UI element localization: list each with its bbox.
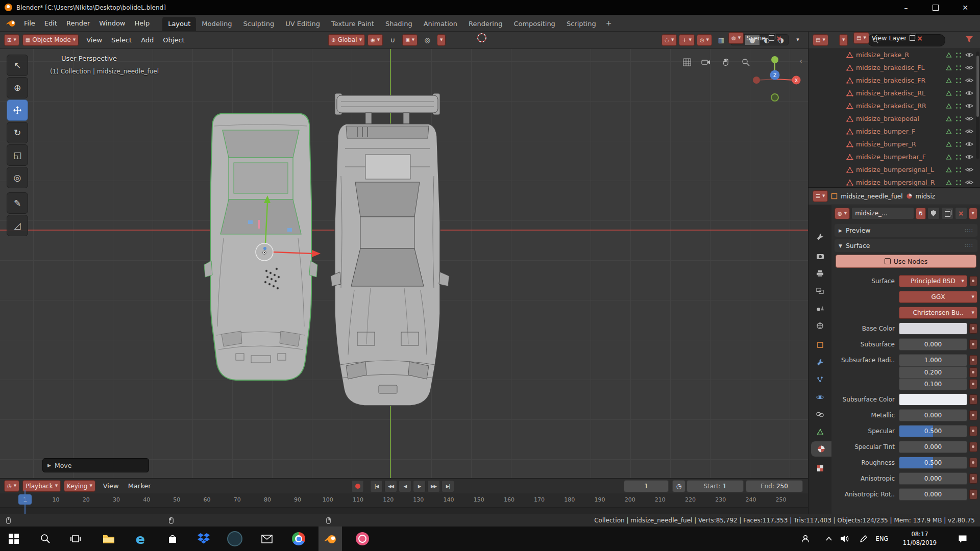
operator-panel[interactable]: ▶ Move xyxy=(42,458,149,472)
workspace-tab[interactable]: Layout xyxy=(162,17,196,31)
outliner-item[interactable]: midsize_bumperbar_F xyxy=(808,151,980,163)
jump-to-end-button[interactable]: ▶| xyxy=(442,480,454,492)
object-name[interactable]: midsize_brakedisc_FL xyxy=(856,64,943,71)
visibility-eye-icon[interactable] xyxy=(965,90,973,96)
viewport-canvas[interactable]: User Perspective (1) Collection | midsiz… xyxy=(0,48,808,478)
transform-orientation-selector[interactable]: ⊕Global▼ xyxy=(328,34,365,46)
visibility-eye-icon[interactable] xyxy=(965,129,973,134)
cursor-tool[interactable]: ⊕ xyxy=(7,77,28,98)
viewport-menu-item[interactable]: Add xyxy=(136,34,158,46)
taskbar-clock[interactable]: 08:17 11/08/2019 xyxy=(896,530,943,547)
visibility-eye-icon[interactable] xyxy=(965,103,973,109)
axis-x-negative[interactable] xyxy=(753,77,760,84)
object-name[interactable]: midsize_bumper_R xyxy=(856,140,943,148)
animate-property-button[interactable] xyxy=(969,473,977,484)
animate-property-button[interactable] xyxy=(969,355,977,365)
unlink-material-button[interactable]: × xyxy=(955,207,967,219)
outliner-item[interactable]: midsize_brakedisc_RR xyxy=(808,99,980,112)
keying-menu[interactable]: Keying▼ xyxy=(64,480,95,492)
remove-view-layer-icon[interactable]: × xyxy=(917,35,923,42)
current-frame-field[interactable]: 1 xyxy=(624,480,669,492)
circular-app-icon[interactable] xyxy=(225,527,245,551)
property-field[interactable]: GGX ▼ xyxy=(899,291,977,303)
next-keyframe-button[interactable]: ▶▶ xyxy=(427,480,440,492)
new-view-layer-icon[interactable] xyxy=(910,35,915,41)
viewport-menu-item[interactable]: View xyxy=(82,34,107,46)
minimize-button[interactable]: – xyxy=(891,0,921,15)
move-tool[interactable] xyxy=(7,99,28,121)
outliner-item[interactable]: midsize_brakedisc_RL xyxy=(808,87,980,99)
tab-modifiers[interactable] xyxy=(808,355,831,370)
material-specials-button[interactable]: ▼ xyxy=(969,208,977,219)
outliner-item[interactable]: midsize_bumpersignal_L xyxy=(808,163,980,176)
tab-scene[interactable] xyxy=(808,300,831,316)
object-name[interactable]: midsize_brakedisc_RR xyxy=(856,102,943,110)
scene-browse-button[interactable]: ◍▼ xyxy=(728,32,744,44)
property-field[interactable]: ▼ xyxy=(899,322,967,335)
timeline-ruler[interactable]: 1020304050607080901001101201301401501601… xyxy=(0,493,808,508)
property-field[interactable]: 0.000 ▼ xyxy=(899,338,967,350)
animate-property-button[interactable] xyxy=(969,339,977,349)
animate-property-button[interactable] xyxy=(969,276,977,286)
tab-object[interactable] xyxy=(808,337,831,353)
workspace-tab[interactable]: Scripting xyxy=(561,17,602,31)
fake-user-button[interactable] xyxy=(927,207,940,219)
property-field[interactable]: 0.100 ▼ xyxy=(899,378,967,390)
tab-render[interactable] xyxy=(808,248,831,264)
tab-world[interactable] xyxy=(808,318,831,333)
edge-icon[interactable]: e xyxy=(130,527,151,551)
outliner-item[interactable]: midsize_brakepedal xyxy=(808,112,980,125)
property-field[interactable]: Principled BSD ▼ xyxy=(899,275,967,287)
end-frame-field[interactable]: End:250 xyxy=(746,480,803,492)
prev-keyframe-button[interactable]: ◀◀ xyxy=(384,480,397,492)
pan-view-button[interactable] xyxy=(719,56,732,69)
outliner-item[interactable]: midsize_bumper_F xyxy=(808,125,980,138)
workspace-tab[interactable]: Modeling xyxy=(196,17,237,31)
annotate-tool[interactable]: ✎ xyxy=(7,192,28,214)
outliner-item[interactable]: midsize_bumpersignal_R xyxy=(808,176,980,187)
editor-type-button[interactable]: ⊞▼ xyxy=(4,34,19,46)
material-name-field[interactable]: midsize_... xyxy=(851,207,914,219)
axis-y-positive[interactable] xyxy=(771,56,778,63)
select-box-tool[interactable]: ↖ xyxy=(7,55,28,76)
proportional-editing-button[interactable]: ◎ xyxy=(420,34,434,45)
mode-selector[interactable]: ▦Object Mode▼ xyxy=(22,34,79,46)
tab-material[interactable] xyxy=(811,441,831,457)
viewport-menu-item[interactable]: Object xyxy=(158,34,189,46)
workspace-tab[interactable]: UV Editing xyxy=(280,17,326,31)
outliner-item[interactable]: midsize_brakedisc_FR xyxy=(808,74,980,87)
property-field[interactable]: 0.200 ▼ xyxy=(899,366,967,379)
view-layer-browse-button[interactable]: ▤▼ xyxy=(853,32,869,44)
workspace-tab[interactable]: Sculpting xyxy=(237,17,280,31)
action-center-button[interactable] xyxy=(952,527,973,551)
menu-item[interactable]: Render xyxy=(62,17,94,29)
proportional-falloff-selector[interactable]: ▼ xyxy=(437,34,446,46)
volume-icon[interactable] xyxy=(835,527,855,551)
search-button[interactable] xyxy=(35,527,56,551)
shading-dropdown-button[interactable]: ▼ xyxy=(791,34,805,45)
chrome-icon[interactable] xyxy=(288,527,309,551)
workspace-tab[interactable]: Animation xyxy=(418,17,463,31)
unlink-scene-icon[interactable]: × xyxy=(776,35,782,42)
tab-particles[interactable] xyxy=(808,372,831,387)
menu-item[interactable]: File xyxy=(19,17,40,29)
view-layer-name[interactable]: View Layer xyxy=(872,34,907,42)
property-field[interactable]: 0.000 ▼ xyxy=(899,488,967,500)
scale-tool[interactable]: ◱ xyxy=(7,144,28,166)
animate-property-button[interactable] xyxy=(969,410,977,420)
outliner-item[interactable]: midsize_bumper_R xyxy=(808,138,980,151)
use-nodes-button[interactable]: Use Nodes xyxy=(836,255,976,268)
expand-arrow-icon[interactable]: ▶ xyxy=(47,463,51,468)
blender-logo-icon[interactable] xyxy=(5,18,16,28)
property-field[interactable]: 0.000 ▼ xyxy=(899,441,967,453)
outliner-item[interactable]: midsize_brakedisc_FL xyxy=(808,61,980,74)
file-explorer-icon[interactable] xyxy=(99,527,119,551)
workspace-tab[interactable]: Texture Paint xyxy=(326,17,380,31)
car-unselected[interactable] xyxy=(331,93,449,406)
material-users-button[interactable]: 6 xyxy=(916,208,925,219)
task-view-button[interactable] xyxy=(65,527,86,551)
workspace-tab[interactable]: Shading xyxy=(380,17,418,31)
animate-property-button[interactable] xyxy=(969,426,977,436)
play-button[interactable]: ▶ xyxy=(413,480,426,492)
add-workspace-button[interactable]: + xyxy=(602,17,616,29)
